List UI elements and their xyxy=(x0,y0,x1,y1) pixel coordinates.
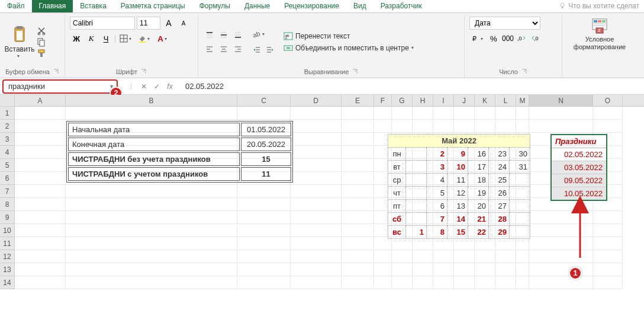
cell[interactable] xyxy=(237,276,291,289)
align-middle-button[interactable] xyxy=(217,28,230,41)
calendar-cell[interactable]: 26 xyxy=(489,187,510,200)
calendar-cell[interactable]: 17 xyxy=(468,161,489,174)
cell[interactable] xyxy=(291,133,342,146)
cell[interactable] xyxy=(15,107,66,120)
tab-insert[interactable]: Вставка xyxy=(73,0,114,12)
dialog-launcher-icon[interactable] xyxy=(352,69,358,75)
row-header[interactable]: 3 xyxy=(0,133,15,146)
cell[interactable] xyxy=(237,185,291,198)
row-header[interactable]: 4 xyxy=(0,146,15,159)
cell[interactable] xyxy=(15,263,66,276)
calendar-cell[interactable]: 11 xyxy=(447,174,468,187)
calendar-cell[interactable]: 25 xyxy=(489,174,510,187)
cell[interactable] xyxy=(15,198,66,211)
cell[interactable] xyxy=(433,107,454,120)
cell[interactable] xyxy=(495,237,516,250)
table-cell[interactable]: 01.05.2022 xyxy=(241,123,291,136)
tab-page-layout[interactable]: Разметка страницы xyxy=(114,0,192,12)
cell[interactable] xyxy=(593,250,623,263)
row-header[interactable]: 5 xyxy=(0,159,15,172)
cell[interactable] xyxy=(237,211,291,224)
cell[interactable] xyxy=(374,120,392,133)
align-bottom-button[interactable] xyxy=(231,28,244,41)
cell[interactable] xyxy=(66,224,237,237)
column-header-I[interactable]: I xyxy=(433,95,454,106)
underline-button[interactable]: Ч xyxy=(99,32,112,45)
row-header[interactable]: 10 xyxy=(0,224,15,237)
cell[interactable] xyxy=(529,107,593,120)
cell[interactable] xyxy=(291,107,342,120)
decrease-decimal-button[interactable]: ,0 xyxy=(530,32,543,45)
cell[interactable] xyxy=(342,159,374,172)
table-cell[interactable]: 15 xyxy=(241,152,291,166)
tab-view[interactable]: Вид xyxy=(346,0,373,12)
calendar-cell[interactable]: 31 xyxy=(510,161,530,174)
calendar-cell[interactable] xyxy=(510,174,530,187)
cell[interactable] xyxy=(66,250,237,263)
fill-color-button[interactable]: ▾ xyxy=(136,32,153,45)
calendar-cell[interactable]: 14 xyxy=(447,213,468,226)
calendar-cell[interactable]: 29 xyxy=(489,226,510,239)
table-cell[interactable]: ЧИСТРАБДНИ без учета праздников xyxy=(68,152,240,166)
cell[interactable] xyxy=(495,250,516,263)
decrease-font-button[interactable]: A xyxy=(177,17,190,30)
cell[interactable] xyxy=(374,250,392,263)
calendar-cell[interactable]: 20 xyxy=(468,200,489,213)
select-all-triangle[interactable] xyxy=(0,95,15,106)
table-cell[interactable]: ЧИСТРАБДНИ с учетом праздников xyxy=(68,167,240,181)
row-header[interactable]: 11 xyxy=(0,237,15,250)
row-header[interactable]: 14 xyxy=(0,276,15,289)
column-header-D[interactable]: D xyxy=(291,95,342,106)
row-header[interactable]: 6 xyxy=(0,172,15,185)
cell[interactable] xyxy=(475,237,495,250)
percent-button[interactable]: % xyxy=(487,32,500,45)
fx-button[interactable]: fx xyxy=(165,82,175,91)
tab-file[interactable]: Файл xyxy=(0,0,32,12)
cell[interactable] xyxy=(342,146,374,159)
cell[interactable] xyxy=(516,237,529,250)
cell[interactable] xyxy=(593,237,623,250)
cell[interactable] xyxy=(291,198,342,211)
cell[interactable] xyxy=(454,276,475,289)
borders-button[interactable]: ▾ xyxy=(118,32,134,45)
table-cell[interactable]: Начальная дата xyxy=(68,123,240,136)
table-cell[interactable]: 11 xyxy=(241,167,291,181)
cell[interactable] xyxy=(529,276,593,289)
cell[interactable] xyxy=(291,237,342,250)
cell[interactable] xyxy=(342,224,374,237)
format-painter-icon[interactable] xyxy=(37,49,46,58)
cell[interactable] xyxy=(392,250,413,263)
column-header-E[interactable]: E xyxy=(342,95,374,106)
row-header[interactable]: 8 xyxy=(0,198,15,211)
cell[interactable] xyxy=(454,237,475,250)
cell[interactable] xyxy=(413,120,433,133)
wrap-text-button[interactable]: abc Перенести текст xyxy=(284,31,416,41)
column-header-C[interactable]: C xyxy=(237,95,291,106)
cell[interactable] xyxy=(433,120,454,133)
cell[interactable] xyxy=(475,263,495,276)
align-top-button[interactable] xyxy=(203,28,216,41)
cell[interactable] xyxy=(66,185,237,198)
italic-button[interactable]: К xyxy=(85,32,98,45)
align-right-button[interactable] xyxy=(231,43,244,56)
holiday-cell[interactable]: 09.05.2022 xyxy=(551,174,607,187)
cell[interactable] xyxy=(516,276,529,289)
cell[interactable] xyxy=(66,263,237,276)
calendar-cell[interactable]: 27 xyxy=(489,200,510,213)
cell[interactable] xyxy=(291,250,342,263)
cell[interactable] xyxy=(413,276,433,289)
calendar-cell[interactable] xyxy=(406,213,427,226)
calendar-cell[interactable]: 24 xyxy=(489,161,510,174)
cell[interactable] xyxy=(291,263,342,276)
cell[interactable] xyxy=(454,250,475,263)
cancel-formula-icon[interactable]: ✕ xyxy=(139,82,149,91)
currency-button[interactable]: ₽▾ xyxy=(469,32,486,45)
decrease-indent-button[interactable] xyxy=(250,43,263,56)
comma-button[interactable]: 000 xyxy=(501,32,514,45)
increase-font-button[interactable]: A xyxy=(162,17,175,30)
row-header[interactable]: 1 xyxy=(0,107,15,120)
calendar-cell[interactable] xyxy=(406,174,427,187)
increase-decimal-button[interactable]: ,0 xyxy=(516,32,529,45)
cell[interactable] xyxy=(291,172,342,185)
holiday-cell[interactable]: 03.05.2022 xyxy=(551,161,607,174)
